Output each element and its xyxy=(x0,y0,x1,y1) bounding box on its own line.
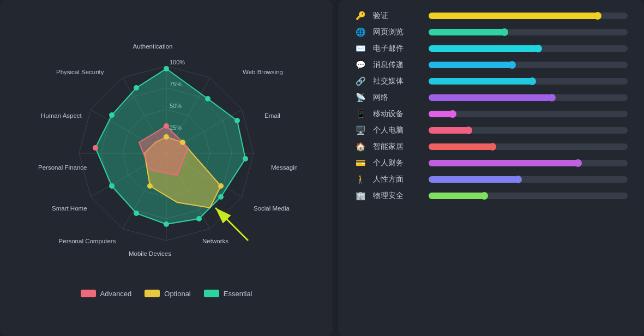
category-icon-11: 🏢 xyxy=(354,191,366,201)
svg-line-41 xyxy=(215,208,248,241)
category-icon-8: 🏠 xyxy=(354,142,366,152)
label-mobile-devices: Mobile Devices xyxy=(129,250,171,257)
bar-track-2 xyxy=(429,45,628,52)
category-icon-5: 📡 xyxy=(354,93,366,103)
svg-point-34 xyxy=(134,85,139,91)
label-social-media: Social Media xyxy=(254,205,290,212)
label-web-browsing: Web Browsing xyxy=(243,69,283,75)
bar-dot-11 xyxy=(480,192,488,200)
legend-advanced-color xyxy=(81,290,96,297)
category-row-8: 🏠智能家居 xyxy=(354,142,628,152)
svg-point-23 xyxy=(164,66,169,71)
bar-fill-7 xyxy=(429,127,468,134)
category-icon-4: 🔗 xyxy=(354,76,366,86)
svg-point-30 xyxy=(134,211,139,216)
bar-fill-1 xyxy=(429,29,504,35)
category-row-5: 📡网络 xyxy=(354,93,628,103)
bar-dot-7 xyxy=(465,127,472,134)
bar-dot-1 xyxy=(501,28,508,36)
label-messaging: Messaging xyxy=(271,164,297,171)
legend-advanced: Advanced xyxy=(81,290,132,298)
category-row-11: 🏢物理安全 xyxy=(354,191,628,201)
radar-svg: 100% 75% 50% 25% xyxy=(35,39,297,268)
category-name-5: 网络 xyxy=(373,93,422,103)
label-physical-security: Physical Security xyxy=(56,69,104,75)
bar-track-5 xyxy=(429,94,628,101)
svg-point-39 xyxy=(164,123,169,129)
radar-chart: 100% 75% 50% 25% xyxy=(35,39,297,284)
legend: Advanced Optional Essential xyxy=(81,290,252,298)
svg-point-35 xyxy=(164,134,169,140)
category-icon-0: 🔑 xyxy=(354,11,366,21)
bar-track-4 xyxy=(429,78,628,85)
category-row-7: 🖥️个人电脑 xyxy=(354,125,628,135)
bar-fill-11 xyxy=(429,193,484,199)
bar-dot-10 xyxy=(514,176,522,183)
bar-dot-2 xyxy=(534,45,542,52)
svg-point-25 xyxy=(234,118,240,123)
bar-fill-9 xyxy=(429,160,578,166)
bar-dot-6 xyxy=(449,110,456,118)
right-panel: 🔑验证🌐网页浏览✉️电子邮件💬消息传递🔗社交媒体📡网络📱移动设备🖥️个人电脑🏠智… xyxy=(338,0,644,336)
bar-track-9 xyxy=(429,160,628,166)
bar-dot-3 xyxy=(508,61,516,69)
arrow-indicator xyxy=(215,208,248,241)
svg-point-37 xyxy=(218,183,224,189)
bar-fill-4 xyxy=(429,78,532,85)
svg-point-36 xyxy=(180,140,185,145)
svg-point-29 xyxy=(164,221,169,227)
bar-track-10 xyxy=(429,176,628,183)
bar-dot-0 xyxy=(594,12,601,20)
category-row-0: 🔑验证 xyxy=(354,11,628,21)
category-name-10: 人性方面 xyxy=(373,175,422,184)
categories-container: 🔑验证🌐网页浏览✉️电子邮件💬消息传递🔗社交媒体📡网络📱移动设备🖥️个人电脑🏠智… xyxy=(354,11,628,201)
bar-fill-6 xyxy=(429,111,453,117)
svg-point-33 xyxy=(109,112,115,118)
legend-essential-color xyxy=(204,290,219,297)
bar-fill-2 xyxy=(429,45,538,52)
category-row-6: 📱移动设备 xyxy=(354,109,628,119)
label-networks: Networks xyxy=(202,238,228,244)
category-icon-1: 🌐 xyxy=(354,27,366,37)
category-row-3: 💬消息传递 xyxy=(354,60,628,70)
category-row-9: 💳个人财务 xyxy=(354,158,628,168)
category-name-7: 个人电脑 xyxy=(373,125,422,135)
category-name-8: 智能家居 xyxy=(373,142,422,152)
bar-track-11 xyxy=(429,193,628,199)
bar-dot-8 xyxy=(489,143,496,151)
legend-optional: Optional xyxy=(145,290,190,298)
category-name-1: 网页浏览 xyxy=(373,27,422,37)
bar-track-1 xyxy=(429,29,628,35)
category-row-10: 🚶人性方面 xyxy=(354,175,628,184)
bar-track-6 xyxy=(429,111,628,117)
bar-track-7 xyxy=(429,127,628,134)
category-icon-3: 💬 xyxy=(354,60,366,70)
bar-fill-3 xyxy=(429,62,512,68)
bar-fill-5 xyxy=(429,94,552,101)
svg-point-38 xyxy=(147,183,153,189)
label-human-aspect: Human Aspect xyxy=(41,112,82,119)
legend-essential-label: Essential xyxy=(224,290,252,298)
bar-fill-0 xyxy=(429,13,598,19)
category-icon-9: 💳 xyxy=(354,158,366,168)
category-icon-7: 🖥️ xyxy=(354,125,366,135)
category-name-2: 电子邮件 xyxy=(373,44,422,53)
svg-text:100%: 100% xyxy=(170,59,185,65)
legend-optional-label: Optional xyxy=(164,290,190,298)
label-email: Email xyxy=(264,112,280,119)
label-smart-home: Smart Home xyxy=(52,205,87,212)
left-panel: 100% 75% 50% 25% xyxy=(0,0,333,336)
bar-track-8 xyxy=(429,143,628,150)
legend-advanced-label: Advanced xyxy=(100,290,132,298)
label-authentication: Authentication xyxy=(133,43,173,50)
svg-point-26 xyxy=(243,156,248,161)
category-row-4: 🔗社交媒体 xyxy=(354,76,628,86)
legend-essential: Essential xyxy=(204,290,252,298)
label-personal-computers: Personal Computers xyxy=(59,238,116,244)
svg-point-28 xyxy=(196,216,202,221)
category-row-2: ✉️电子邮件 xyxy=(354,44,628,53)
label-personal-finance: Personal Finance xyxy=(38,164,87,171)
bar-track-0 xyxy=(429,13,628,19)
svg-point-24 xyxy=(205,96,210,101)
bar-dot-5 xyxy=(548,94,556,101)
